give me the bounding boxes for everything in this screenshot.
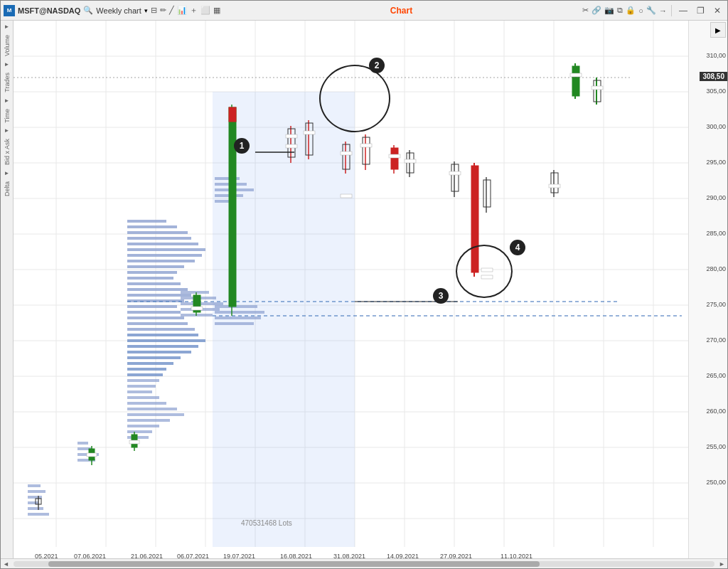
svg-rect-114 <box>191 307 203 310</box>
chart-type-label[interactable]: Weekly chart <box>96 6 141 15</box>
current-price-label: 308,50 <box>700 72 727 81</box>
svg-rect-62 <box>127 294 191 297</box>
svg-rect-127 <box>341 151 352 155</box>
svg-rect-69 <box>127 334 198 336</box>
maximize-button[interactable]: ❐ <box>693 4 707 18</box>
chart-type-dropdown[interactable]: ▾ <box>144 7 148 14</box>
svg-text:07.06.2021: 07.06.2021 <box>74 553 106 558</box>
scroll-right-button[interactable]: ► <box>717 560 727 568</box>
svg-rect-57 <box>127 265 184 268</box>
svg-rect-142 <box>471 166 478 272</box>
svg-rect-131 <box>360 144 372 147</box>
svg-rect-152 <box>570 73 582 77</box>
svg-rect-42 <box>28 501 38 504</box>
right-tool-1[interactable]: ✂ <box>582 6 589 15</box>
svg-rect-145 <box>481 268 493 272</box>
svg-rect-140 <box>449 171 461 175</box>
svg-rect-75 <box>127 368 166 371</box>
price-275: 275,00 <box>706 301 726 308</box>
right-tool-4[interactable]: ⧉ <box>617 6 623 15</box>
left-tab-arrow-trades[interactable]: ► <box>4 61 10 68</box>
scroll-thumb[interactable] <box>48 561 539 567</box>
minimize-button[interactable]: — <box>676 4 690 18</box>
toolbar-icon-6[interactable]: ⬜ <box>200 6 210 15</box>
svg-rect-87 <box>127 436 149 439</box>
svg-rect-90 <box>181 302 223 305</box>
price-260: 260,00 <box>706 408 726 415</box>
svg-rect-121 <box>286 144 297 148</box>
price-axis: ▶ 310,00 305,00 300,00 295,00 290,00 285… <box>688 21 727 558</box>
price-290: 290,00 <box>706 194 726 201</box>
right-tool-6[interactable]: ○ <box>638 6 643 15</box>
svg-rect-149 <box>549 184 560 188</box>
right-tool-8[interactable]: → <box>659 6 667 15</box>
svg-rect-111 <box>129 440 139 444</box>
svg-rect-101 <box>215 322 254 325</box>
svg-rect-39 <box>28 496 42 499</box>
scroll-track[interactable] <box>14 561 714 567</box>
svg-rect-146 <box>481 275 493 279</box>
svg-text:14.09.2021: 14.09.2021 <box>387 553 419 558</box>
svg-rect-78 <box>127 385 156 388</box>
left-tab-arrow-time[interactable]: ► <box>4 97 10 104</box>
svg-text:470531468 Lots: 470531468 Lots <box>241 519 292 527</box>
titlebar: M MSFT@NASDAQ 🔍 Weekly chart ▾ ⊟ ✏ ╱ 📊 ＋… <box>1 1 727 21</box>
right-tool-5[interactable]: 🔒 <box>626 6 636 15</box>
svg-rect-41 <box>28 484 41 487</box>
toolbar-icon-3[interactable]: ╱ <box>169 6 174 15</box>
svg-rect-56 <box>127 260 195 262</box>
scroll-left-button[interactable]: ◄ <box>1 560 11 568</box>
collapse-button[interactable]: ▶ <box>710 22 726 38</box>
svg-rect-82 <box>127 408 177 410</box>
svg-rect-55 <box>127 254 202 257</box>
right-tool-7[interactable]: 🔧 <box>646 6 656 15</box>
close-button[interactable]: ✕ <box>710 4 724 18</box>
right-tool-2[interactable]: 🔗 <box>592 6 601 15</box>
svg-rect-117 <box>229 107 236 122</box>
main-area: ► Volume ► Trades ► Time ► Bid x Ask ► D… <box>1 21 727 558</box>
tab-time[interactable]: Time <box>1 105 13 127</box>
svg-rect-50 <box>127 225 177 228</box>
svg-rect-85 <box>127 425 159 427</box>
price-310: 310,00 <box>706 52 726 59</box>
tab-bidask[interactable]: Bid x Ask <box>1 135 13 169</box>
left-tab-arrow-volume[interactable]: ► <box>4 23 10 30</box>
svg-rect-155 <box>592 86 603 90</box>
bottom-scrollbar: ◄ ► <box>1 558 727 568</box>
left-tab-arrow-bidask[interactable]: ► <box>4 127 10 134</box>
toolbar-icon-4[interactable]: 📊 <box>177 6 187 15</box>
toolbar-icon-5[interactable]: ＋ <box>190 5 198 16</box>
tab-volume[interactable]: Volume <box>1 31 13 60</box>
symbol-label: MSFT@NASDAQ <box>18 6 80 15</box>
svg-rect-100 <box>215 317 261 319</box>
svg-rect-49 <box>127 220 166 223</box>
svg-rect-124 <box>304 131 315 134</box>
svg-rect-58 <box>127 271 177 274</box>
search-icon[interactable]: 🔍 <box>83 6 93 15</box>
svg-rect-48 <box>77 442 88 445</box>
svg-rect-54 <box>127 248 205 251</box>
svg-text:27.09.2021: 27.09.2021 <box>440 553 472 558</box>
svg-rect-40 <box>28 490 46 493</box>
toolbar-icon-7[interactable]: ▦ <box>213 6 220 15</box>
tab-trades[interactable]: Trades <box>1 69 13 96</box>
chart-svg: 05.2021 07.06.2021 21.06.2021 06.07.2021… <box>14 21 688 558</box>
svg-rect-43 <box>28 507 43 510</box>
svg-rect-73 <box>127 356 181 359</box>
svg-text:16.08.2021: 16.08.2021 <box>280 553 312 558</box>
tab-delta[interactable]: Delta <box>1 178 13 200</box>
svg-rect-120 <box>286 134 297 138</box>
svg-rect-84 <box>127 419 170 422</box>
svg-rect-83 <box>127 413 184 416</box>
toolbar-icon-2[interactable]: ✏ <box>160 6 166 15</box>
svg-text:21.06.2021: 21.06.2021 <box>131 553 163 558</box>
svg-rect-88 <box>181 291 209 294</box>
chart-area[interactable]: 05.2021 07.06.2021 21.06.2021 06.07.2021… <box>14 21 688 558</box>
svg-rect-51 <box>127 231 188 234</box>
toolbar-icon-1[interactable]: ⊟ <box>151 6 157 15</box>
right-tool-3[interactable]: 📷 <box>604 6 614 15</box>
svg-rect-59 <box>127 277 173 280</box>
svg-text:11.10.2021: 11.10.2021 <box>500 553 532 558</box>
left-tab-arrow-delta[interactable]: ► <box>4 170 10 176</box>
svg-rect-53 <box>127 243 198 245</box>
